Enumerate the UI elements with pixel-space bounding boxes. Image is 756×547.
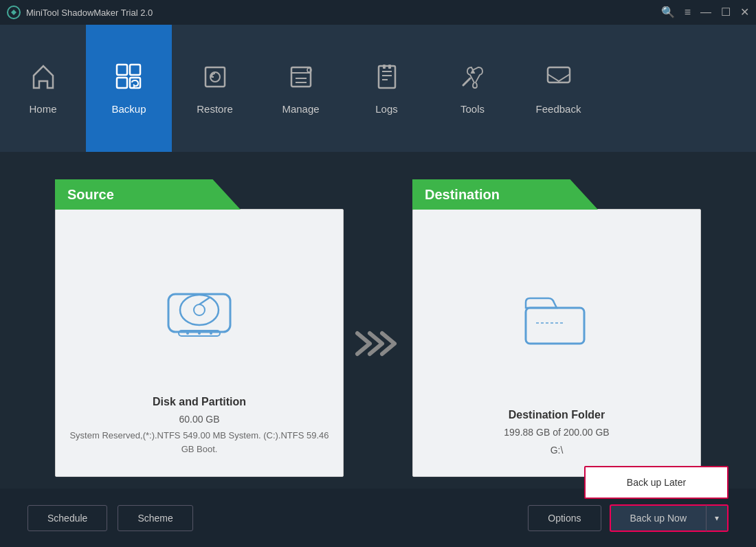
- destination-size: 199.88 GB of 200.00 GB: [504, 427, 609, 438]
- arrow-area: [344, 296, 412, 361]
- destination-header: Destination: [412, 179, 598, 210]
- menu-icon[interactable]: ≡: [685, 7, 691, 18]
- nav-tools-label: Tools: [460, 103, 485, 115]
- nav-item-feedback[interactable]: Feedback: [515, 25, 601, 152]
- nav-feedback-label: Feedback: [536, 103, 581, 115]
- svg-point-26: [210, 332, 212, 335]
- nav-backup-label: Backup: [111, 103, 146, 115]
- home-icon: [28, 62, 58, 96]
- nav-item-restore[interactable]: Restore: [172, 25, 258, 152]
- backup-icon: [113, 62, 146, 96]
- destination-path: G:\: [551, 445, 564, 456]
- destination-icon-area: [522, 230, 591, 409]
- options-button[interactable]: Options: [528, 505, 601, 531]
- svg-rect-5: [205, 67, 225, 87]
- nav-restore-label: Restore: [197, 103, 233, 115]
- schedule-button[interactable]: Schedule: [27, 505, 107, 531]
- svg-line-22: [199, 298, 210, 304]
- logs-icon: [372, 62, 402, 96]
- feedback-icon: [544, 62, 574, 96]
- disk-icon: [162, 280, 237, 346]
- svg-point-25: [198, 332, 201, 335]
- main-content: Source: [0, 152, 756, 498]
- cards-row: Source: [27, 179, 729, 477]
- source-icon-area: [162, 230, 237, 396]
- nav-item-logs[interactable]: Logs: [344, 25, 430, 152]
- backup-later-dropdown: Back up Later: [584, 466, 729, 499]
- destination-card-wrapper: Destination Destination Folder 199.88 GB: [412, 179, 701, 477]
- svg-rect-2: [130, 65, 140, 75]
- svg-rect-18: [548, 67, 570, 82]
- svg-rect-7: [291, 67, 311, 87]
- svg-point-20: [180, 295, 219, 325]
- search-icon[interactable]: 🔍: [661, 7, 675, 18]
- svg-rect-1: [117, 65, 127, 75]
- nav-logs-label: Logs: [375, 103, 398, 115]
- svg-rect-3: [117, 78, 127, 88]
- nav-item-tools[interactable]: Tools: [430, 25, 515, 152]
- svg-point-21: [194, 304, 205, 315]
- minimize-icon[interactable]: —: [700, 7, 711, 18]
- backup-dropdown-toggle[interactable]: ▾: [706, 504, 729, 532]
- manage-icon: [286, 62, 316, 96]
- source-title: Disk and Partition: [153, 396, 246, 408]
- svg-rect-19: [168, 294, 230, 332]
- source-card-body[interactable]: Disk and Partition 60.00 GB System Reser…: [55, 209, 344, 477]
- close-icon[interactable]: ✕: [740, 7, 749, 18]
- forward-arrow-icon: [351, 326, 405, 361]
- app-logo-icon: [7, 5, 21, 19]
- backup-now-button[interactable]: Back up Now: [610, 504, 706, 532]
- maximize-icon[interactable]: ☐: [721, 7, 731, 18]
- source-header: Source: [55, 179, 241, 210]
- navbar: Home Backup Rest: [0, 25, 756, 152]
- nav-item-home[interactable]: Home: [0, 25, 86, 152]
- restore-icon: [200, 62, 230, 96]
- scheme-button[interactable]: Scheme: [118, 505, 192, 531]
- bottom-left-buttons: Schedule Scheme: [27, 505, 193, 531]
- nav-home-label: Home: [29, 103, 56, 115]
- titlebar: MiniTool ShadowMaker Trial 2.0 🔍 ≡ — ☐ ✕: [0, 0, 756, 25]
- nav-manage-label: Manage: [282, 103, 319, 115]
- tools-icon: [458, 62, 488, 96]
- destination-header-label: Destination: [425, 187, 500, 203]
- nav-item-manage[interactable]: Manage: [258, 25, 344, 152]
- bottom-bar: Schedule Scheme Options Back up Later Ba…: [0, 489, 756, 547]
- backup-later-button[interactable]: Back up Later: [586, 467, 727, 498]
- source-header-label: Source: [67, 187, 114, 203]
- svg-rect-16: [383, 65, 386, 69]
- svg-rect-17: [388, 65, 391, 69]
- source-size: 60.00 GB: [179, 414, 219, 425]
- source-card-wrapper: Source: [55, 179, 344, 477]
- nav-item-backup[interactable]: Backup: [86, 25, 172, 152]
- source-desc: System Reserved,(*:).NTFS 549.00 MB Syst…: [69, 429, 329, 456]
- titlebar-controls: 🔍 ≡ — ☐ ✕: [661, 7, 749, 18]
- svg-rect-12: [379, 66, 395, 88]
- destination-card-body[interactable]: Destination Folder 199.88 GB of 200.00 G…: [412, 209, 701, 477]
- folder-icon: [522, 289, 591, 350]
- titlebar-left: MiniTool ShadowMaker Trial 2.0: [7, 5, 153, 19]
- svg-point-24: [186, 332, 189, 335]
- svg-rect-27: [526, 308, 584, 344]
- destination-title: Destination Folder: [509, 409, 605, 421]
- backup-now-group: Back up Later Back up Now ▾: [610, 504, 729, 532]
- app-title: MiniTool ShadowMaker Trial 2.0: [26, 8, 153, 18]
- bottom-right-buttons: Options Back up Later Back up Now ▾: [528, 504, 729, 532]
